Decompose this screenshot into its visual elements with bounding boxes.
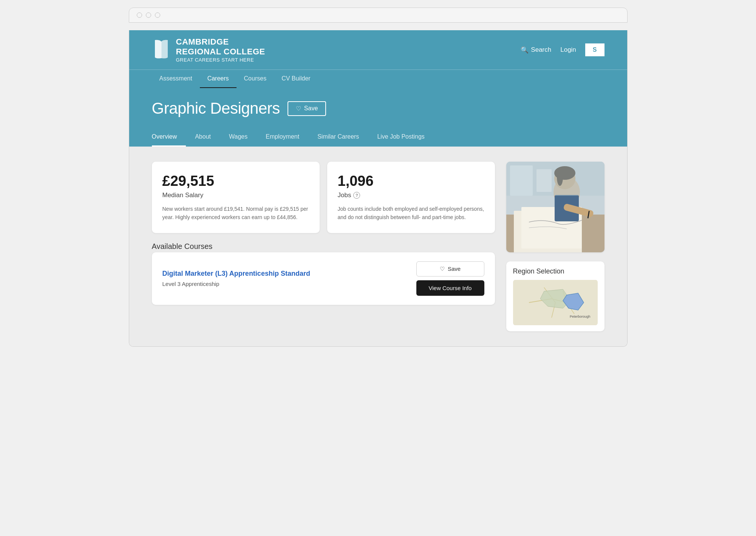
svg-rect-14 [536, 169, 552, 192]
college-name: CAMBRIDGE REGIONAL COLLEGE [176, 37, 265, 57]
browser-dot-yellow [146, 12, 151, 18]
hero-section: Graphic Designers ♡ Save Overview About … [129, 88, 627, 147]
career-tabs: Overview About Wages Employment Similar … [152, 128, 604, 147]
available-courses-title: Available Courses [152, 242, 495, 251]
jobs-info-icon[interactable]: ? [353, 192, 360, 199]
tab-about[interactable]: About [186, 128, 220, 147]
career-title-row: Graphic Designers ♡ Save [152, 99, 604, 117]
tab-overview[interactable]: Overview [152, 128, 186, 147]
tab-live-job-postings[interactable]: Live Job Postings [368, 128, 433, 147]
logo-icon [152, 39, 171, 61]
nav-item-assessment[interactable]: Assessment [152, 70, 200, 88]
salary-value: £29,515 [162, 173, 309, 189]
salary-label: Median Salary [162, 192, 309, 199]
browser-dot-green [155, 12, 160, 18]
browser-dot-red [137, 12, 142, 18]
svg-rect-13 [510, 165, 533, 196]
browser-chrome [129, 8, 628, 23]
region-map: Peterborough [513, 280, 598, 325]
login-button[interactable]: Login [560, 46, 576, 54]
jobs-card: 1,096 Jobs ? Job counts include both emp… [327, 162, 495, 233]
save-course-button[interactable]: ♡ Save [416, 261, 484, 276]
search-icon: 🔍 [521, 46, 529, 54]
course-card: Digital Marketer (L3) Apprenticeship Sta… [152, 252, 495, 305]
college-tagline: GREAT CAREERS START HERE [176, 57, 265, 63]
logo-area: CAMBRIDGE REGIONAL COLLEGE GREAT CAREERS… [152, 37, 265, 63]
career-photo-card [506, 162, 604, 252]
region-selection-title: Region Selection [513, 267, 598, 275]
course-actions: ♡ Save View Course Info [416, 261, 484, 296]
content-left: £29,515 Median Salary New workers start … [152, 162, 495, 331]
career-title: Graphic Designers [152, 99, 280, 117]
header-actions: 🔍 Search Login S [521, 43, 604, 56]
heart-icon: ♡ [296, 105, 301, 112]
salary-description: New workers start around £19,541. Normal… [162, 205, 309, 221]
nav-item-careers[interactable]: Careers [200, 70, 237, 88]
map-svg: Peterborough [513, 280, 598, 325]
content-right: Region Selection [506, 162, 604, 331]
main-content: £29,515 Median Salary New workers start … [129, 147, 627, 346]
available-courses-section: Available Courses Digital Marketer (L3) … [152, 242, 495, 305]
heart-outline-icon: ♡ [440, 266, 445, 272]
main-nav: Assessment Careers Courses CV Builder [129, 70, 627, 88]
region-card: Region Selection [506, 261, 604, 331]
header: CAMBRIDGE REGIONAL COLLEGE GREAT CAREERS… [129, 30, 627, 70]
stats-row: £29,515 Median Salary New workers start … [152, 162, 495, 233]
page-wrapper: CAMBRIDGE REGIONAL COLLEGE GREAT CAREERS… [129, 30, 628, 347]
course-info: Digital Marketer (L3) Apprenticeship Sta… [162, 270, 409, 287]
logo-text: CAMBRIDGE REGIONAL COLLEGE GREAT CAREERS… [176, 37, 265, 63]
jobs-description: Job counts include both employed and sel… [338, 205, 484, 221]
career-image-svg [506, 162, 604, 252]
tab-similar-careers[interactable]: Similar Careers [308, 128, 368, 147]
tab-wages[interactable]: Wages [220, 128, 257, 147]
signup-button[interactable]: S [585, 43, 604, 56]
jobs-label: Jobs ? [338, 192, 484, 199]
salary-card: £29,515 Median Salary New workers start … [152, 162, 320, 233]
search-button[interactable]: 🔍 Search [521, 46, 551, 54]
jobs-value: 1,096 [338, 173, 484, 189]
svg-text:Peterborough: Peterborough [570, 315, 591, 318]
nav-item-courses[interactable]: Courses [237, 70, 274, 88]
tab-employment[interactable]: Employment [257, 128, 308, 147]
career-photo [506, 162, 604, 252]
course-name-link[interactable]: Digital Marketer (L3) Apprenticeship Sta… [162, 270, 409, 278]
course-level: Level 3 Apprenticeship [162, 281, 409, 287]
nav-item-cv-builder[interactable]: CV Builder [274, 70, 318, 88]
view-course-info-button[interactable]: View Course Info [416, 280, 484, 296]
save-career-button[interactable]: ♡ Save [288, 101, 326, 116]
